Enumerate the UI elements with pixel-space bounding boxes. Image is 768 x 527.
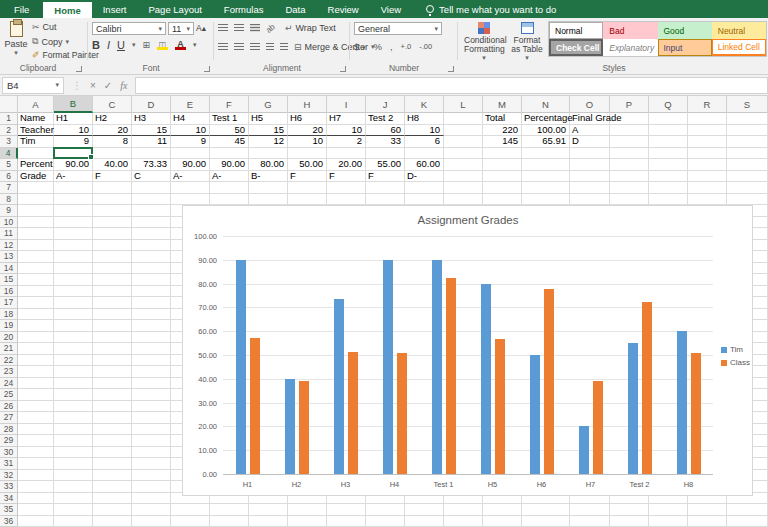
cell-I8[interactable] xyxy=(327,194,366,206)
font-color-button[interactable]: A xyxy=(175,40,186,50)
cell-C18[interactable] xyxy=(93,309,132,321)
select-all-corner[interactable] xyxy=(0,96,18,113)
cell-B29[interactable] xyxy=(54,435,93,447)
cell-C27[interactable] xyxy=(93,412,132,424)
cell-Q2[interactable] xyxy=(649,125,688,137)
tab-insert[interactable]: Insert xyxy=(92,0,138,18)
cell-C17[interactable] xyxy=(93,297,132,309)
tab-file[interactable]: File xyxy=(0,0,43,18)
cell-N4[interactable] xyxy=(522,148,570,160)
borders-button[interactable]: ⊞ xyxy=(142,40,150,50)
cell-B35[interactable] xyxy=(54,504,93,516)
cell-C15[interactable] xyxy=(93,274,132,286)
cell-D15[interactable] xyxy=(132,274,171,286)
increase-decimal-icon[interactable]: +.0 xyxy=(401,42,412,51)
format-as-table-button[interactable]: Format as Table ▾ xyxy=(508,22,546,62)
cell-H35[interactable] xyxy=(288,504,327,516)
cell-D3[interactable]: 11 xyxy=(132,136,171,148)
row-header-9[interactable]: 9 xyxy=(0,205,18,217)
cell-P6[interactable] xyxy=(610,171,649,183)
style-neutral[interactable]: Neutral xyxy=(712,22,766,39)
column-header-I[interactable]: I xyxy=(327,96,366,113)
cell-M7[interactable] xyxy=(483,182,522,194)
cell-P8[interactable] xyxy=(610,194,649,206)
cell-A28[interactable] xyxy=(18,424,54,436)
cell-Q1[interactable] xyxy=(649,113,688,125)
cell-J35[interactable] xyxy=(366,504,405,516)
cell-B9[interactable] xyxy=(54,205,93,217)
cell-E6[interactable]: A- xyxy=(171,171,210,183)
cell-A19[interactable] xyxy=(18,320,54,332)
cell-O7[interactable] xyxy=(570,182,610,194)
align-middle-icon[interactable] xyxy=(234,24,244,32)
cell-Q4[interactable] xyxy=(649,148,688,160)
cell-A7[interactable] xyxy=(18,182,54,194)
column-header-M[interactable]: M xyxy=(483,96,522,113)
cell-A5[interactable]: Percent xyxy=(18,159,54,171)
cell-A12[interactable] xyxy=(18,240,54,252)
row-header-6[interactable]: 6 xyxy=(0,171,18,183)
cell-I35[interactable] xyxy=(327,504,366,516)
cell-R7[interactable] xyxy=(688,182,727,194)
cell-G3[interactable]: 12 xyxy=(249,136,288,148)
cell-D36[interactable] xyxy=(132,516,171,527)
cell-D23[interactable] xyxy=(132,366,171,378)
cell-D19[interactable] xyxy=(132,320,171,332)
bar-tim-h2[interactable] xyxy=(285,379,295,474)
cell-A34[interactable] xyxy=(18,493,54,505)
cell-D33[interactable] xyxy=(132,481,171,493)
column-header-C[interactable]: C xyxy=(93,96,132,113)
underline-button[interactable]: U xyxy=(117,41,125,50)
cell-C1[interactable]: H2 xyxy=(93,113,132,125)
cell-B27[interactable] xyxy=(54,412,93,424)
column-header-Q[interactable]: Q xyxy=(649,96,688,113)
cell-L35[interactable] xyxy=(444,504,483,516)
align-bottom-icon[interactable] xyxy=(250,24,260,32)
cell-C7[interactable] xyxy=(93,182,132,194)
tab-home[interactable]: Home xyxy=(43,0,91,18)
column-header-J[interactable]: J xyxy=(366,96,405,113)
cell-R3[interactable] xyxy=(688,136,727,148)
bar-tim-test2[interactable] xyxy=(628,343,638,474)
cell-P5[interactable] xyxy=(610,159,649,171)
cell-D35[interactable] xyxy=(132,504,171,516)
column-header-N[interactable]: N xyxy=(522,96,570,113)
fill-color-button[interactable]: ◫ xyxy=(157,40,168,50)
column-header-F[interactable]: F xyxy=(210,96,249,113)
cell-N1[interactable]: Percentage xyxy=(522,113,570,125)
cell-F1[interactable]: Test 1 xyxy=(210,113,249,125)
cell-N7[interactable] xyxy=(522,182,570,194)
cell-A33[interactable] xyxy=(18,481,54,493)
column-header-L[interactable]: L xyxy=(444,96,483,113)
cell-C10[interactable] xyxy=(93,217,132,229)
row-header-8[interactable]: 8 xyxy=(0,194,18,206)
column-header-O[interactable]: O xyxy=(570,96,610,113)
cell-C28[interactable] xyxy=(93,424,132,436)
row-header-21[interactable]: 21 xyxy=(0,343,18,355)
cell-E36[interactable] xyxy=(171,516,210,527)
bar-class-h6[interactable] xyxy=(544,289,554,474)
cell-F7[interactable] xyxy=(210,182,249,194)
bar-tim-h3[interactable] xyxy=(334,299,344,474)
cell-J6[interactable]: F xyxy=(366,171,405,183)
orientation-icon[interactable]: ab xyxy=(264,22,277,35)
cell-O1[interactable]: Final Grade xyxy=(570,113,610,125)
cell-J1[interactable]: Test 2 xyxy=(366,113,405,125)
cell-H7[interactable] xyxy=(288,182,327,194)
bar-tim-h8[interactable] xyxy=(677,331,687,474)
cell-G6[interactable]: B- xyxy=(249,171,288,183)
italic-button[interactable]: I xyxy=(107,41,110,50)
cell-S5[interactable] xyxy=(727,159,768,171)
cell-G8[interactable] xyxy=(249,194,288,206)
cell-N35[interactable] xyxy=(522,504,570,516)
row-header-31[interactable]: 31 xyxy=(0,458,18,470)
row-header-5[interactable]: 5 xyxy=(0,159,18,171)
cell-D7[interactable] xyxy=(132,182,171,194)
bar-tim-h5[interactable] xyxy=(481,284,491,474)
format-painter-button[interactable]: ✐ Format Painter xyxy=(32,50,99,60)
cell-D11[interactable] xyxy=(132,228,171,240)
row-header-28[interactable]: 28 xyxy=(0,424,18,436)
copy-button[interactable]: ⧉ Copy ▾ xyxy=(32,36,69,47)
cell-I6[interactable]: F xyxy=(327,171,366,183)
cell-F3[interactable]: 45 xyxy=(210,136,249,148)
